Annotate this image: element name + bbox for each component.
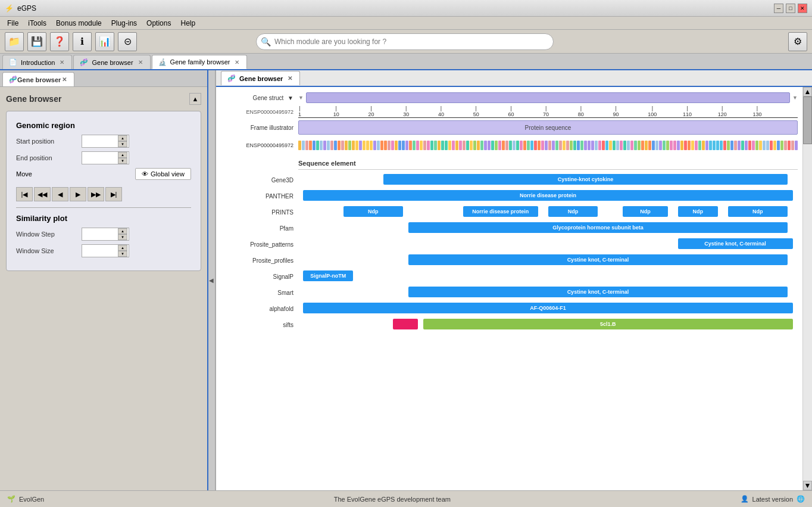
inner-tab-gene-browser[interactable]: 🧬 Gene browser ✕ <box>2 72 74 86</box>
color-block <box>466 141 469 150</box>
vertical-scrollbar[interactable]: ▲ ▼ <box>802 87 812 490</box>
start-position-input[interactable]: 1 <box>82 135 118 147</box>
seq-bar[interactable]: Ndp <box>623 206 668 217</box>
color-block <box>348 141 351 150</box>
color-block <box>716 141 719 150</box>
seq-bar[interactable]: Norrie disease protein <box>463 206 538 217</box>
menu-help[interactable]: Help <box>176 18 200 29</box>
window-size-up[interactable]: ▲ <box>118 245 127 251</box>
tab-gene-family-close[interactable]: ✕ <box>233 58 241 66</box>
color-block <box>541 141 544 150</box>
color-block <box>459 141 462 150</box>
seq-bar[interactable]: 5cl1.B <box>423 319 793 329</box>
scale-ruler: 1 10 20 30 40 50 60 70 80 90 100 110 <box>298 106 798 118</box>
stop-btn[interactable]: ⊝ <box>118 32 137 51</box>
info-btn[interactable]: ℹ <box>73 32 92 51</box>
seq-bar[interactable]: Ndp <box>343 206 404 217</box>
seq-bar[interactable]: Cystine knot, C-terminal <box>678 238 793 249</box>
seq-bar[interactable]: Ndp <box>678 206 718 217</box>
move-row: Move 👁 Global view <box>16 168 191 180</box>
tab-introduction[interactable]: 📄 Introduction ✕ <box>2 55 72 69</box>
seq-bar[interactable]: Ndp <box>548 206 598 217</box>
seq-bar[interactable]: SignalP-noTM <box>303 270 353 281</box>
app-title: eGPS <box>17 4 36 13</box>
start-position-up[interactable]: ▲ <box>118 135 127 141</box>
search-input[interactable] <box>256 33 554 50</box>
color-block <box>666 141 669 150</box>
menu-bonus[interactable]: Bonus module <box>51 18 107 29</box>
right-tab-label: Gene browser <box>239 75 283 82</box>
help-btn[interactable]: ❓ <box>50 32 69 51</box>
seq-row: PfamGlycoprotein hormone subunit beta <box>221 222 798 235</box>
scroll-down-btn[interactable]: ▼ <box>803 481 812 490</box>
seq-bar[interactable]: Norrie disease protein <box>303 190 792 201</box>
seq-row-label: PRINTS <box>221 209 298 216</box>
color-block <box>534 141 537 150</box>
seq-bar[interactable]: Cystine knot, C-terminal <box>408 254 788 265</box>
start-position-down[interactable]: ▼ <box>118 141 127 147</box>
maximize-btn[interactable]: □ <box>786 4 795 13</box>
window-step-up[interactable]: ▲ <box>118 228 127 234</box>
tab-gene-browser-close[interactable]: ✕ <box>137 59 144 66</box>
nav-last-btn[interactable]: ▶| <box>105 187 122 201</box>
window-step-spinners: ▲ ▼ <box>118 228 127 240</box>
seq-row-label: Prosite_patterns <box>221 241 298 248</box>
tab-gene-browser[interactable]: 🧬 Gene browser ✕ <box>73 55 150 69</box>
inner-tab-close[interactable]: ✕ <box>61 76 68 83</box>
close-btn[interactable]: ✕ <box>798 4 807 13</box>
menu-options[interactable]: Options <box>142 18 176 29</box>
save-btn[interactable]: 💾 <box>27 32 46 51</box>
nav-prev-fast-btn[interactable]: ◀◀ <box>34 187 51 201</box>
end-position-input[interactable]: 133 <box>82 152 118 164</box>
window-step-input[interactable]: 50 <box>82 228 118 240</box>
scroll-up-btn[interactable]: ▲ <box>803 87 812 97</box>
seq-bar[interactable]: AF-Q00604-F1 <box>303 303 792 313</box>
seq-bar[interactable]: Glycoprotein hormone subunit beta <box>408 222 788 233</box>
seq-bar[interactable]: Cystine-knot cytokine <box>383 174 788 185</box>
right-tab-gene-browser[interactable]: 🧬 Gene browser ✕ <box>221 71 300 85</box>
window-step-down[interactable]: ▼ <box>118 234 127 240</box>
nav-first-btn[interactable]: |◀ <box>16 187 33 201</box>
color-block <box>702 141 705 150</box>
menu-plugins[interactable]: Plug-ins <box>107 18 142 29</box>
right-tab-close[interactable]: ✕ <box>286 75 293 82</box>
end-position-down[interactable]: ▼ <box>118 158 127 164</box>
color-block <box>345 141 348 150</box>
color-block <box>409 141 412 150</box>
global-view-btn[interactable]: 👁 Global view <box>135 168 191 180</box>
tab-introduction-close[interactable]: ✕ <box>58 59 65 66</box>
stats-btn[interactable]: 📊 <box>95 32 114 51</box>
end-position-up[interactable]: ▲ <box>118 152 127 158</box>
color-block <box>577 141 580 150</box>
panel-header: Gene browser ▲ <box>6 93 201 105</box>
color-block <box>713 141 716 150</box>
color-block <box>380 141 383 150</box>
tab-gene-family-browser[interactable]: 🔬 Gene family browser ✕ <box>152 55 248 69</box>
seq-row-label: Smart <box>221 290 298 296</box>
settings-btn[interactable]: ⚙ <box>788 32 807 51</box>
collapse-btn[interactable]: ▲ <box>189 93 201 105</box>
color-sequence <box>298 141 798 150</box>
nav-next-fast-btn[interactable]: ▶▶ <box>88 187 104 201</box>
seq-bar[interactable]: Ndp <box>728 206 788 217</box>
tick-130: 130 <box>752 105 761 117</box>
seq-track: Cystine knot, C-terminal <box>298 238 798 250</box>
seq-row-label: sifts <box>221 322 298 328</box>
color-block <box>659 141 662 150</box>
window-size-input[interactable]: 200 <box>82 245 118 257</box>
seq-bar[interactable] <box>393 319 418 329</box>
menu-file[interactable]: File <box>2 18 23 29</box>
nav-prev-btn[interactable]: ◀ <box>52 187 68 201</box>
scroll-thumb[interactable] <box>803 97 812 144</box>
menu-itools[interactable]: iTools <box>23 18 51 29</box>
seq-bar[interactable]: Cystine knot, C-terminal <box>408 287 788 297</box>
window-size-down[interactable]: ▼ <box>118 251 127 257</box>
genome-view[interactable]: Gene struct ▼ ▼ ▼ ENSP00000495972 <box>216 87 802 490</box>
status-bar: 🌱 EvolGen The EvolGene eGPS development … <box>0 490 812 507</box>
minimize-btn[interactable]: ─ <box>774 4 783 13</box>
open-btn[interactable]: 📁 <box>5 32 24 51</box>
seq-row-label: Prosite_profiles <box>221 257 298 264</box>
global-view-label: Global view <box>151 170 185 178</box>
panel-divider[interactable]: ◀ <box>208 70 216 490</box>
nav-next-btn[interactable]: ▶ <box>70 187 86 201</box>
